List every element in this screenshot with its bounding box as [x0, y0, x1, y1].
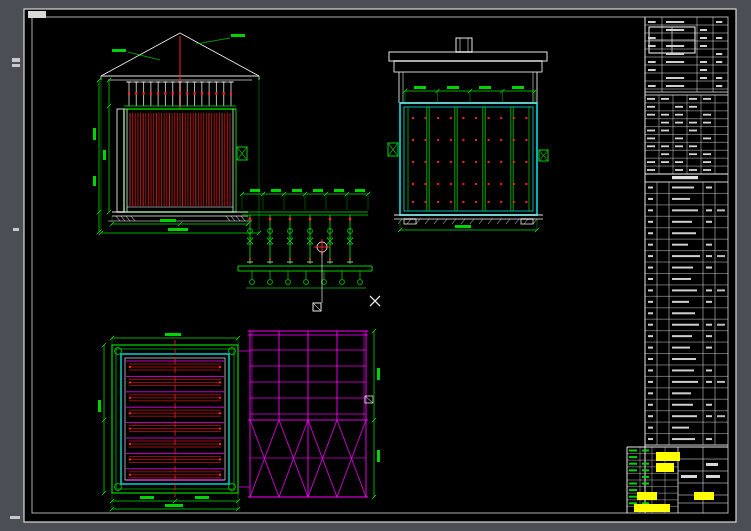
sheet-frame	[10, 9, 736, 522]
cad-drawing-canvas	[0, 0, 751, 531]
